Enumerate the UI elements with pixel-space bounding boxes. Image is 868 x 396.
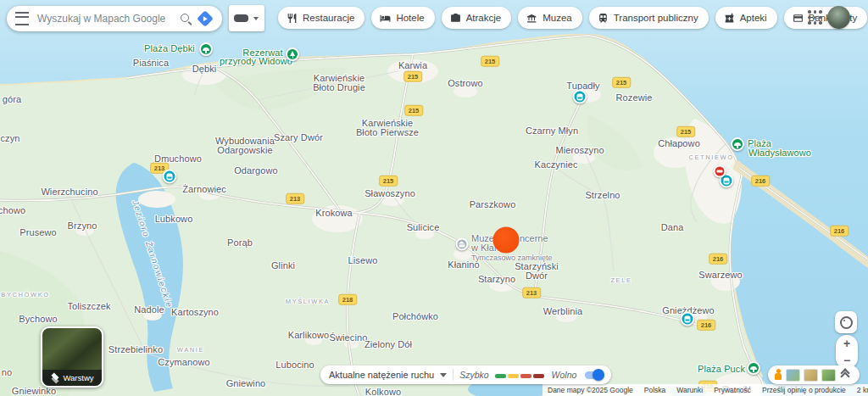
map-canvas[interactable] <box>0 0 868 396</box>
google-apps-icon[interactable] <box>808 10 822 25</box>
road-closure-marker[interactable] <box>714 165 726 178</box>
map-data-credit: Dane mapy ©2025 Google <box>548 386 633 394</box>
beach-marker[interactable] <box>747 361 760 375</box>
layers-bar: Warstwy <box>42 370 102 386</box>
category-chips: Restauracje Hotele Atrakcje Muzea Transp… <box>278 7 867 29</box>
terms-link[interactable]: Warunki <box>676 386 703 394</box>
attribution-region[interactable]: Polska <box>644 386 666 394</box>
zoom-controls: + − <box>836 335 858 369</box>
selected-place-marker[interactable] <box>493 227 520 254</box>
imagery-thumbnail[interactable] <box>786 369 800 382</box>
chip-restaurants[interactable]: Restauracje <box>278 7 364 29</box>
traffic-toggle[interactable] <box>585 371 603 379</box>
attribution-bar: Dane mapy ©2025 Google Polska Warunki Pr… <box>542 384 868 396</box>
chip-attractions[interactable]: Atrakcje <box>442 7 512 29</box>
transit-station-marker[interactable] <box>573 90 587 104</box>
divider <box>453 369 453 381</box>
layers-icon <box>50 373 59 382</box>
chip-label: Muzea <box>542 13 572 23</box>
imagery-thumbnail[interactable] <box>804 369 818 382</box>
zoom-out-button[interactable]: − <box>843 354 850 366</box>
traffic-dropdown-label[interactable]: Aktualne natężenie ruchu <box>329 370 434 380</box>
imagery-bar <box>768 365 860 384</box>
traffic-control: Aktualne natężenie ruchu Szybko Wolno <box>320 365 611 384</box>
traffic-fast-label: Szybko <box>459 370 488 380</box>
transit-station-marker[interactable] <box>681 312 695 326</box>
chip-hotels[interactable]: Hotele <box>371 7 434 29</box>
chip-atms[interactable]: Bankomaty <box>784 7 868 29</box>
museum-status: Tymczasowo zamknięte <box>471 254 553 263</box>
directions-icon[interactable] <box>197 10 214 27</box>
chip-label: Atrakcje <box>466 13 502 23</box>
chevron-down-icon[interactable] <box>253 17 259 20</box>
chip-label: Hotele <box>396 13 424 23</box>
traffic-slow-label: Wolno <box>552 370 577 380</box>
collapse-button[interactable] <box>842 370 849 380</box>
nature-reserve-marker[interactable] <box>286 47 299 61</box>
layers-button[interactable]: Warstwy <box>41 326 103 388</box>
search-box[interactable] <box>7 6 222 31</box>
chip-label: Transport publiczny <box>614 13 698 23</box>
pegman-icon[interactable] <box>774 369 782 382</box>
transit-icon <box>598 13 609 24</box>
avatar[interactable] <box>827 6 850 29</box>
museums-icon <box>526 13 537 24</box>
layers-label: Warstwy <box>63 373 93 382</box>
chip-label: Restauracje <box>303 13 354 23</box>
attractions-icon <box>450 13 461 24</box>
scale-label: 2 km <box>857 386 868 394</box>
chip-public-transport[interactable]: Transport publiczny <box>589 7 709 29</box>
beach-marker[interactable] <box>731 137 744 151</box>
chip-museums[interactable]: Muzea <box>518 7 582 29</box>
search-icon[interactable] <box>180 13 192 25</box>
pharmacy-icon <box>724 13 735 24</box>
chevron-down-icon[interactable] <box>440 373 447 377</box>
imagery-thumbnail[interactable] <box>821 369 836 382</box>
google-maps-app: PiaśnicaDębkiKarwiaOstrowoTupadłyRozewie… <box>0 0 868 396</box>
transit-station-marker[interactable] <box>163 170 177 184</box>
atm-card-icon <box>793 13 804 24</box>
extension-widget[interactable] <box>229 5 264 31</box>
restaurants-icon <box>287 13 298 24</box>
hotels-icon <box>380 13 391 24</box>
my-location-button[interactable] <box>835 311 857 333</box>
zoom-in-button[interactable]: + <box>843 337 850 349</box>
chip-pharmacies[interactable]: Apteki <box>715 7 777 29</box>
privacy-link[interactable]: Prywatność <box>714 386 751 394</box>
beach-marker[interactable] <box>199 42 213 56</box>
chip-label: Apteki <box>740 13 767 23</box>
search-input[interactable] <box>36 12 173 25</box>
feedback-link[interactable]: Prześlij opinię o produkcie <box>762 386 846 394</box>
extension-icon <box>234 14 248 22</box>
museum-marker[interactable] <box>456 238 469 251</box>
my-location-icon <box>840 316 853 329</box>
traffic-legend-bar <box>495 370 546 380</box>
menu-icon[interactable] <box>15 12 29 25</box>
